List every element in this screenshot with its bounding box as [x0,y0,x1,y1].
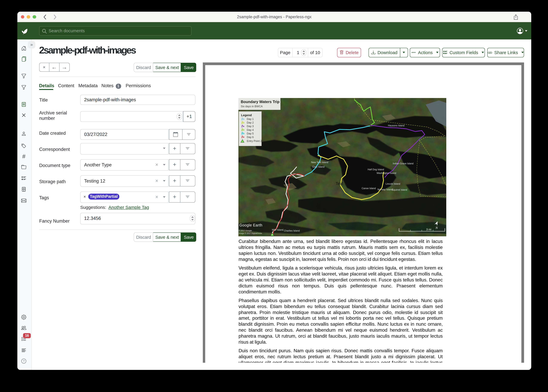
svg-text:Gary Island: Gary Island [312,166,325,168]
svg-text:Hausons Island: Hausons Island [388,124,404,127]
svg-text:New York Island: New York Island [311,161,328,164]
svg-text:Image © 2017 DigitalGlobe: Image © 2017 DigitalGlobe [239,232,262,234]
svg-text:Legend: Legend [241,113,252,117]
svg-text:Norway Island: Norway Island [378,188,393,191]
svg-text:Day 1: Day 1 [247,118,254,120]
svg-text:Half Dog Island: Half Dog Island [368,168,384,171]
svg-text:3 mi: 3 mi [426,228,432,231]
svg-text:Day 5: Day 5 [247,132,254,135]
svg-text:N: N [436,226,438,230]
svg-text:Squirrel Island: Squirrel Island [392,189,407,191]
svg-text:Google Earth: Google Earth [239,223,263,227]
svg-text:Lincoln Island: Lincoln Island [386,182,400,185]
svg-text:Day 3: Day 3 [247,125,254,128]
svg-text:Text: Text [336,181,344,186]
svg-text:Mile Island: Mile Island [272,229,283,231]
svg-text:Boundary Waters Trip: Boundary Waters Trip [241,100,280,104]
svg-text:Day 4: Day 4 [247,128,254,132]
svg-text:© 2017 Google: © 2017 Google [239,230,252,232]
svg-text:Entry Point 24: Entry Point 24 [247,140,264,142]
svg-text:Day 6: Day 6 [247,136,254,139]
svg-text:Washington Island: Washington Island [377,172,396,174]
svg-text:Day 2: Day 2 [247,121,254,124]
svg-text:Charlies Island: Charlies Island [284,230,300,232]
svg-text:Indian Grave Island: Indian Grave Island [393,162,414,165]
svg-text:Canoe Island: Canoe Island [362,187,376,189]
svg-text:?: ? [23,360,25,363]
svg-text:Six days in BWCA: Six days in BWCA [241,105,263,108]
